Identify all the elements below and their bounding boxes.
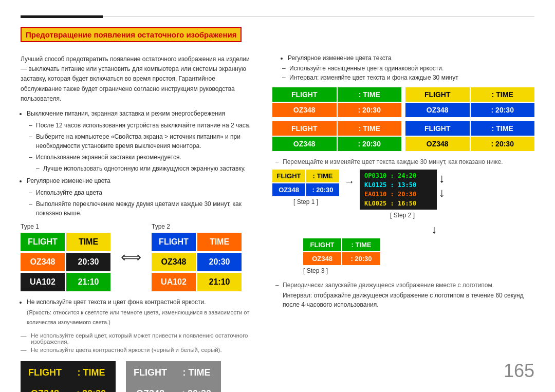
board1-cell-1: TIME <box>66 233 110 251</box>
board2-cell-0: FLIGHT <box>152 233 196 251</box>
mb1-r1c1: FLIGHT <box>272 87 337 102</box>
mb4-r1c1: FLIGHT <box>405 121 470 136</box>
step2-scroll-board: OP0310 : 24:20 KL0125 : 13:50 EA0110 : 2… <box>360 170 437 210</box>
type-section: Type 1 FLIGHT TIME OZ348 20:30 UA102 21:… <box>21 223 257 291</box>
left-bullets: Выключение питания, экранная заставка и … <box>27 109 257 218</box>
bb2-r2c2: : 20:30 <box>174 384 219 392</box>
bottom-board1-row2: OZ348 : 20:30 <box>23 384 114 392</box>
bullet-1: Выключение питания, экранная заставка и … <box>27 109 257 119</box>
bb1-r1c1: FLIGHT <box>23 363 67 383</box>
mb2-row1: FLIGHT : TIME <box>405 87 534 102</box>
step2-arrows: ↓ ↓ <box>439 170 445 199</box>
bottom-note1: Периодически запускайте движущееся изобр… <box>272 282 534 289</box>
bb1-r1c2: : TIME <box>69 363 114 383</box>
mini-board-2: FLIGHT : TIME OZ348 : 20:30 <box>405 87 534 117</box>
intro-text: Лучший способ предотвратить появление ос… <box>21 54 257 104</box>
mb3-r2c2: : 20:30 <box>338 137 402 151</box>
step1-row2: OZ348 : 20:30 <box>272 183 339 196</box>
right-bullets-top: Регулярное изменение цвета текста Исполь… <box>280 54 534 82</box>
board2-cell-4: UA102 <box>152 273 196 291</box>
arrow-to-step3: ↓ <box>334 224 534 235</box>
step-note: Перемещайте и изменяйте цвет текста кажд… <box>272 158 534 165</box>
page-number: 165 <box>504 360 534 382</box>
board-type1: FLIGHT TIME OZ348 20:30 UA102 21:10 <box>21 233 110 291</box>
step2-row3: EA0110 : 20:30 <box>362 190 434 199</box>
mb2-row2: OZ348 : 20:30 <box>405 103 534 117</box>
s3-r2c1: OZ348 <box>303 252 341 265</box>
board1-cell-5: 21:10 <box>66 273 110 291</box>
step3-section: FLIGHT : TIME OZ348 : 20:30 [ Step 3 ] <box>303 238 534 274</box>
mb3-row1: FLIGHT : TIME <box>272 121 401 136</box>
mb4-r1c2: : TIME <box>471 121 535 136</box>
board2-cell-5: 21:10 <box>197 273 242 291</box>
bullet-2: Регулярное изменение цвета <box>27 176 257 186</box>
step1-label: [ Step 1 ] <box>293 198 318 206</box>
bottom-note-block: Периодически запускайте движущееся изобр… <box>272 282 534 309</box>
bottom-boards: FLIGHT : TIME OZ348 : 20:30 FLIGHT : TIM… <box>21 361 257 392</box>
type-arrow: ⟺ <box>121 223 141 266</box>
mb1-row1: FLIGHT : TIME <box>272 87 401 102</box>
mb3-r2c1: OZ348 <box>272 137 337 151</box>
arrow-down-3: ↓ <box>334 224 534 235</box>
board2-cell-1: TIME <box>197 233 242 251</box>
mb2-r1c2: : TIME <box>471 87 535 102</box>
mini-board-1: FLIGHT : TIME OZ348 : 20:30 <box>272 87 401 117</box>
mb4-r2c2: : 20:30 <box>471 137 535 151</box>
bottom-board2-row2: OZ348 : 20:30 <box>128 384 219 392</box>
main-content: Лучший способ предотвратить появление ос… <box>21 54 534 392</box>
mini-board-4: FLIGHT : TIME OZ348 : 20:30 <box>405 121 534 151</box>
s1-r1c2: : TIME <box>306 170 339 182</box>
step3-row1: FLIGHT : TIME <box>303 238 380 251</box>
board-type2: FLIGHT TIME OZ348 20:30 UA102 21:10 <box>152 233 242 291</box>
section-heading: Предотвращение появления остаточного изо… <box>21 27 242 42</box>
mb3-row2: OZ348 : 20:30 <box>272 137 401 151</box>
right-sub1: Используйте насыщенные цвета одинаковой … <box>289 64 534 73</box>
type2-block: Type 2 FLIGHT TIME OZ348 20:30 UA102 21:… <box>152 223 242 291</box>
mb2-r1c1: FLIGHT <box>405 87 470 102</box>
right-column: Регулярное изменение цвета текста Исполь… <box>272 54 534 392</box>
mb3-r1c1: FLIGHT <box>272 121 337 136</box>
mb1-row2: OZ348 : 20:30 <box>272 103 401 117</box>
sub-bullets-1: После 12 часов использования устройства … <box>36 121 257 173</box>
step3-row2: OZ348 : 20:30 <box>303 252 380 265</box>
board1-cell-3: 20:30 <box>66 253 110 271</box>
rule-light <box>103 16 534 17</box>
s3-r1c2: : TIME <box>342 238 380 251</box>
step3-board: FLIGHT : TIME OZ348 : 20:30 <box>303 238 380 265</box>
gray-note1: Не используйте серый цвет, который может… <box>21 332 257 345</box>
mb4-row1: FLIGHT : TIME <box>405 121 534 136</box>
s1-r1c1: FLIGHT <box>272 170 305 182</box>
mb3-r1c2: : TIME <box>338 121 402 136</box>
step2-row1: OP0310 : 24:20 <box>362 171 434 180</box>
bottom-board2-row1: FLIGHT : TIME <box>128 363 219 383</box>
step3-label: [ Step 3 ] <box>303 267 328 274</box>
sub-1c: Использование экранной заставки рекоменд… <box>36 153 257 162</box>
board1-cell-2: OZ348 <box>21 253 65 271</box>
arrow-down-1: ↓ <box>439 172 445 184</box>
sub-1b: Выберите на компьютере «Свойства экрана … <box>36 132 257 151</box>
type2-label: Type 2 <box>152 223 242 230</box>
bottom-board-1: FLIGHT : TIME OZ348 : 20:30 <box>21 361 116 392</box>
sub-1d: Лучше использовать однотонную или движущ… <box>43 164 257 173</box>
bb2-r1c2: : TIME <box>174 363 219 383</box>
bottom-board1-row1: FLIGHT : TIME <box>23 363 114 383</box>
step2-row2: KL0125 : 13:50 <box>362 180 434 190</box>
rule-dark <box>21 15 103 18</box>
sub-2a: Используйте два цвета <box>36 188 257 197</box>
s3-r2c2: : 20:30 <box>342 252 380 265</box>
s3-r1c1: FLIGHT <box>303 238 341 251</box>
step1-block: FLIGHT : TIME OZ348 : 20:30 [ Step 1 ] <box>272 170 339 206</box>
mb4-r2c1: OZ348 <box>405 137 470 151</box>
bb2-r2c1: OZ348 <box>128 384 173 392</box>
step1-row1: FLIGHT : TIME <box>272 170 339 182</box>
s1-r2c1: OZ348 <box>272 183 305 196</box>
bb2-r1c1: FLIGHT <box>128 363 173 383</box>
step2-row4: KL0025 : 16:50 <box>362 199 434 208</box>
right-bullet1: Регулярное изменение цвета текста <box>288 54 534 62</box>
board2-cell-2: OZ348 <box>152 253 196 271</box>
sub-2b: Выполняйте переключение между двумя цвет… <box>36 199 257 218</box>
mb1-r2c1: OZ348 <box>272 103 337 117</box>
steps-section: FLIGHT : TIME OZ348 : 20:30 [ Step 1 ] → <box>272 170 534 219</box>
bb1-r2c2: : 20:30 <box>69 384 114 392</box>
mb1-r2c2: : 20:30 <box>338 103 402 117</box>
